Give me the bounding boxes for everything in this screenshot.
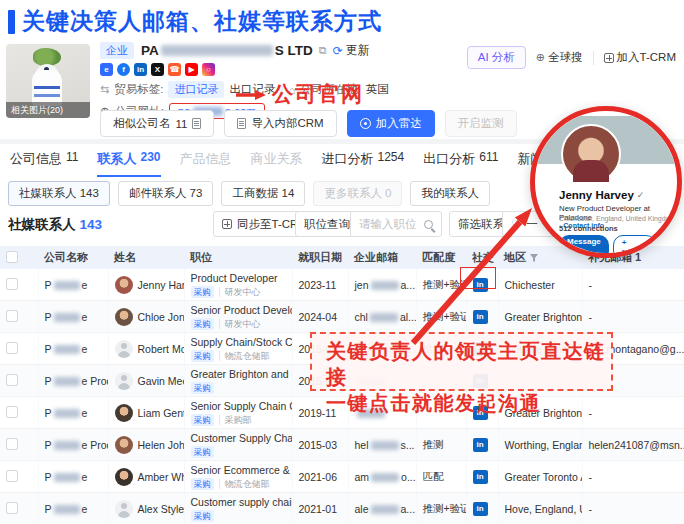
facebook-icon[interactable]: f <box>117 63 130 76</box>
hire-date-cell: 2023-11 <box>292 269 348 301</box>
role-tag: 采购 <box>191 382 214 394</box>
col-match: 匹配度 <box>416 246 466 269</box>
blurred-email <box>370 313 398 322</box>
linkedin-icon[interactable]: in <box>473 438 488 452</box>
table-row: PeJenny HarveyProduct Developer采购研发中心202… <box>0 269 684 301</box>
linkedin-avatar <box>561 124 621 184</box>
region-cell: Chichester <box>498 269 582 301</box>
search-icon[interactable] <box>424 220 433 229</box>
contact-name-cell[interactable]: Helen Johnstone <box>108 429 184 461</box>
tab-产品信息[interactable]: 产品信息 <box>180 150 232 177</box>
department-tag: 采购部 <box>219 415 252 425</box>
tab-出口分析[interactable]: 出口分析611 <box>423 150 498 177</box>
instagram-icon[interactable]: ○ <box>202 63 215 76</box>
import-record-tag[interactable]: 进口记录 <box>168 81 224 98</box>
ai-analysis-button[interactable]: AI 分析 <box>467 46 526 69</box>
contact-name-cell[interactable]: Robert Monta... <box>108 333 184 365</box>
position-cell: Senior Ecommerce & Supply Cha...采购物流仓储部 <box>184 461 292 493</box>
linkedin-icon[interactable]: in <box>473 502 488 516</box>
row-checkbox[interactable] <box>6 470 18 482</box>
globe-search-icon: ⊕ <box>536 51 545 64</box>
linkedin-icon[interactable]: in <box>473 310 488 324</box>
row-checkbox[interactable] <box>6 502 18 514</box>
position-cell: Senior Product Developer采购研发中心 <box>184 301 292 333</box>
hire-date-cell: 2021-01 <box>292 493 348 524</box>
role-tag: 采购 <box>191 318 214 330</box>
tab-联系人[interactable]: 联系人230 <box>97 150 160 177</box>
contact-name-cell[interactable]: Chloe Jones <box>108 301 184 333</box>
col-company: 公司名称 <box>38 246 108 269</box>
contact-avatar <box>115 340 133 358</box>
contact-name-cell[interactable]: Jenny Harvey <box>108 269 184 301</box>
linkedin-icon[interactable]: in <box>134 63 147 76</box>
global-search-button[interactable]: ⊕全球搜 <box>536 50 583 65</box>
subtab-工商数据 14[interactable]: 工商数据 14 <box>221 181 305 206</box>
company-cell: Pe Produc... <box>38 429 108 461</box>
x-icon[interactable]: X <box>151 63 164 76</box>
contact-avatar <box>115 372 133 390</box>
join-radar-button[interactable]: 加入雷达 <box>347 110 435 137</box>
extra-email-cell: helen241087@msn... <box>582 429 684 461</box>
contact-name-cell[interactable]: Liam Gent <box>108 397 184 429</box>
row-checkbox[interactable] <box>6 342 18 354</box>
import-crm-button[interactable]: 导入内部CRM <box>224 110 336 137</box>
start-monitor-button[interactable]: 开启监测 <box>445 110 517 137</box>
department-tag: 研发中心 <box>219 319 261 329</box>
related-images-label[interactable]: 相关图片(20) <box>6 102 90 118</box>
row-checkbox[interactable] <box>6 438 18 450</box>
youtube-icon[interactable]: ▶ <box>185 63 198 76</box>
match-cell: 匹配 <box>416 461 466 493</box>
join-tcrm-button[interactable]: 加入T-CRM <box>604 50 676 65</box>
contact-name-cell[interactable]: Gavin Meeks <box>108 365 184 397</box>
company-cell: Pe <box>38 461 108 493</box>
position-cell: Product Developer采购研发中心 <box>184 269 292 301</box>
subtab-更多联系人 0[interactable]: 更多联系人 0 <box>313 181 402 206</box>
department-tag: 物流仓储部 <box>219 479 270 489</box>
match-cell: 推测+验证 <box>416 301 466 333</box>
radar-icon <box>360 118 371 129</box>
company-image-thumbnail[interactable]: 相关图片(20) <box>6 44 90 118</box>
company-social-icons: efinX☎▶○ <box>100 63 480 76</box>
list-icon <box>192 118 201 129</box>
role-tag: 采购 <box>191 478 214 490</box>
blurred-email <box>371 473 399 482</box>
import-icon <box>237 118 246 129</box>
company-cell: Pe Produc... <box>38 365 108 397</box>
col-email: 企业邮箱 <box>348 246 416 269</box>
tab-进口分析[interactable]: 进口分析1254 <box>322 150 405 177</box>
contact-name-cell[interactable]: Alex Styles <box>108 493 184 524</box>
department-tag: 研发中心 <box>219 287 261 297</box>
linkedin-icon[interactable]: in <box>473 470 488 484</box>
header-actions: AI 分析 ⊕全球搜 加入T-CRM <box>467 46 676 69</box>
filter-icon[interactable] <box>530 252 538 264</box>
subtab-我的联系人[interactable]: 我的联系人 <box>410 181 490 206</box>
company-name: PAS LTD <box>141 43 313 58</box>
row-checkbox[interactable] <box>6 374 18 386</box>
role-tag: 采购 <box>191 510 214 522</box>
contact-subtabs: 社媒联系人 143邮件联系人 73工商数据 14更多联系人 0我的联系人 <box>8 181 490 206</box>
tab-商业关系[interactable]: 商业关系 <box>251 150 303 177</box>
extra-email-cell: - <box>582 269 684 301</box>
subtab-邮件联系人 73[interactable]: 邮件联系人 73 <box>118 181 214 206</box>
company-location: 英国 <box>366 82 389 97</box>
select-all-checkbox[interactable] <box>6 251 18 263</box>
row-checkbox[interactable] <box>6 406 18 418</box>
copy-icon[interactable]: ⧉ <box>319 44 327 57</box>
col-social: 社交 <box>466 246 498 269</box>
social-cell: in <box>466 301 498 333</box>
export-record-tag[interactable]: 出口记录 <box>229 82 275 97</box>
refresh-icon[interactable]: ⟳ <box>333 44 343 58</box>
social-cell: in <box>466 429 498 461</box>
update-button[interactable]: 更新 <box>346 42 370 59</box>
tab-公司信息[interactable]: 公司信息11 <box>10 150 78 177</box>
sync-icon <box>222 219 232 229</box>
phone-icon[interactable]: ☎ <box>168 63 181 76</box>
contact-name-cell[interactable]: Amber Whitty <box>108 461 184 493</box>
website-icon[interactable]: e <box>100 63 113 76</box>
position-search-input[interactable]: 请输入职位 <box>350 211 442 237</box>
similar-company-button[interactable]: 相似公司名11 <box>100 110 214 137</box>
row-checkbox[interactable] <box>6 278 18 290</box>
row-checkbox[interactable] <box>6 310 18 322</box>
email-cell: amo... <box>348 461 416 493</box>
subtab-社媒联系人 143[interactable]: 社媒联系人 143 <box>8 181 110 206</box>
